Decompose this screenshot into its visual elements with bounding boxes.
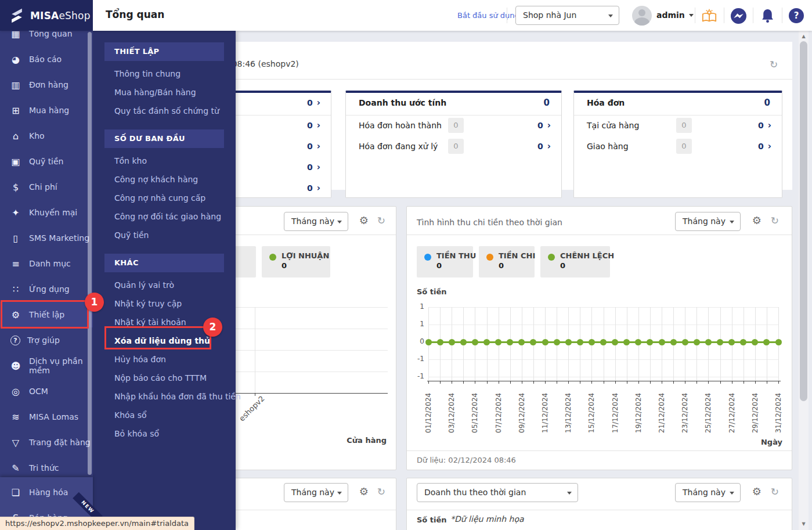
x-tick-label: 09/12/2024	[518, 393, 526, 433]
count-badge: 0	[676, 118, 692, 133]
x-tick-label: 23/12/2024	[681, 393, 689, 433]
submenu-section-header: THIẾT LẬP	[104, 42, 224, 61]
data-point	[589, 339, 595, 345]
scrollbar-thumb[interactable]	[800, 41, 807, 401]
legend-chip-thu[interactable]: TIỀN THU 0	[417, 246, 473, 277]
row-value-link[interactable]: 0›	[758, 141, 771, 152]
scroll-up-icon[interactable]: ▲	[799, 32, 809, 41]
sidebar-item-kho[interactable]: ⌂Kho	[0, 123, 93, 149]
avatar[interactable]	[632, 6, 652, 26]
data-point	[740, 339, 746, 345]
submenu-item[interactable]: Quản lý vai trò	[93, 276, 236, 294]
sidebar-item-ocm[interactable]: ◎OCM	[0, 378, 93, 404]
refresh-icon[interactable]: ↻	[770, 59, 778, 70]
row-value-link[interactable]: 0›	[537, 141, 551, 152]
submenu-item[interactable]: Công nợ nhà cung cấp	[93, 189, 236, 207]
metric-selector-dropdown[interactable]: Doanh thu theo thời gian	[417, 483, 578, 502]
gear-icon[interactable]: ⚙	[359, 214, 369, 226]
sidebar-item-ung-dung[interactable]: ∷Ứng dụng	[0, 276, 93, 302]
bottom-right-panel: Doanh thu theo thời gian Tháng này ⚙ ↻ S…	[406, 478, 792, 530]
submenu-item[interactable]: Công nợ đối tác giao hàng	[93, 207, 236, 226]
card-row-label: Tại cửa hàng	[587, 121, 639, 130]
sidebar-item-mua-hang[interactable]: ⊞Mua hàng	[0, 98, 93, 123]
submenu-item[interactable]: Tồn kho	[93, 152, 236, 170]
scroll-down-icon[interactable]: ▼	[799, 520, 809, 529]
x-tick-label: 15/12/2024	[587, 393, 596, 433]
invoice-card: Hóa đơn 0 Tại cửa hàng00›Giao hàng00›	[573, 91, 782, 198]
user-menu[interactable]: admin	[656, 10, 694, 20]
submenu-item[interactable]: Bỏ khóa sổ	[93, 424, 236, 443]
sidebar-item-quy-tien[interactable]: ▣Quỹ tiền	[0, 149, 93, 174]
sidebar-item-thiet-lap[interactable]: ⚙Thiết lập	[0, 302, 93, 327]
sidebar-item-dich-vu-phan-mem[interactable]: ☻Dịch vụ phần mềm	[0, 353, 93, 378]
notifications-bell-icon[interactable]	[759, 8, 775, 24]
sidebar-item-chi-phi[interactable]: $Chi phí	[0, 174, 93, 200]
sidebar-item-misa-lomas[interactable]: ≋MISA Lomas	[0, 404, 93, 430]
x-tick-label: 27/12/2024	[728, 393, 736, 433]
card-title: Hóa đơn	[587, 98, 764, 107]
submenu-item[interactable]: Thông tin chung	[93, 64, 236, 83]
row-value-link[interactable]: 0›	[307, 120, 320, 131]
gear-icon[interactable]: ⚙	[752, 214, 762, 226]
refresh-icon[interactable]: ↻	[377, 486, 385, 497]
whats-new-icon[interactable]	[701, 8, 717, 24]
submenu-section: KHÁCQuản lý vai tròNhật ký truy cậpNhật …	[93, 254, 236, 443]
dich-vu-phan-mem-icon: ☻	[9, 360, 22, 372]
row-value-link[interactable]: 0›	[758, 120, 771, 131]
gear-icon[interactable]: ⚙	[359, 485, 369, 497]
card-row: Hóa đơn hoàn thành00›	[346, 115, 561, 136]
submenu-item[interactable]: Công nợ khách hàng	[93, 170, 236, 189]
submenu-item[interactable]: Quỹ tiền	[93, 226, 236, 244]
help-icon[interactable]: ?	[789, 8, 804, 23]
shop-selector[interactable]: Shop nhà Jun	[515, 6, 619, 25]
period-filter-dropdown[interactable]: Tháng này	[675, 483, 741, 502]
submenu-item[interactable]: Xóa dữ liệu dùng thử	[93, 331, 236, 350]
get-started-link[interactable]: Bắt đầu sử dụng	[457, 11, 519, 20]
card-row: Tại cửa hàng00›	[574, 115, 782, 136]
sidebar-item-sms-marketing[interactable]: ▯SMS Marketing	[0, 225, 93, 251]
sidebar-item-khuyen-mai[interactable]: ✦Khuyến mại	[0, 200, 93, 225]
legend-chip-chenh-lech[interactable]: CHÊNH LỆCH 0	[540, 246, 610, 277]
sidebar-scrollbar-thumb[interactable]	[88, 32, 92, 475]
period-filter-dropdown[interactable]: Tháng này	[284, 212, 348, 231]
gear-icon[interactable]: ⚙	[752, 485, 762, 497]
sidebar-item-danh-muc[interactable]: ≡Danh mục	[0, 251, 93, 276]
submenu-item[interactable]: Nhập khẩu hóa đơn đã thu tiền	[93, 387, 236, 406]
data-point	[425, 339, 432, 345]
row-value-link[interactable]: 0›	[307, 141, 320, 152]
legend-chip-chi[interactable]: TIỀN CHI 0	[479, 246, 535, 277]
submenu-item[interactable]: Nhật ký tài khoản	[93, 313, 236, 331]
submenu-item[interactable]: Nhật ký truy cập	[93, 294, 236, 313]
row-value-link[interactable]: 0›	[537, 120, 551, 131]
sidebar-item-label: Mua hàng	[29, 106, 69, 115]
sidebar-item-tro-giup[interactable]: ?Trợ giúp	[0, 327, 93, 353]
kho-icon: ⌂	[9, 131, 22, 142]
misa-lomas-icon: ≋	[9, 412, 22, 423]
divider	[724, 8, 724, 23]
submenu-item[interactable]: Hủy hóa đơn	[93, 350, 236, 369]
data-point	[647, 339, 653, 345]
submenu-item[interactable]: Khóa sổ	[93, 406, 236, 424]
row-value-link[interactable]: 0›	[307, 162, 320, 172]
refresh-icon[interactable]: ↻	[771, 215, 779, 226]
refresh-icon[interactable]: ↻	[377, 215, 385, 226]
sidebar-item-don-hang[interactable]: ▥Đơn hàng	[0, 72, 93, 98]
sidebar-item-trang-dat-hang[interactable]: ▽Trang đặt hàng	[0, 430, 93, 455]
sidebar-item-bao-cao[interactable]: ◕Báo cáo	[0, 46, 93, 72]
submenu-item[interactable]: Quy tắc đánh số chứng từ	[93, 102, 236, 120]
messenger-icon[interactable]	[730, 8, 746, 24]
submenu-item[interactable]: Nộp báo cáo cho TTTM	[93, 369, 236, 387]
app-logo[interactable]: MISAeShop	[0, 0, 93, 31]
sidebar: ▦Tổng quan◕Báo cáo▥Đơn hàng⊞Mua hàng⌂Kho…	[0, 0, 93, 530]
period-filter-dropdown[interactable]: Tháng này	[284, 483, 348, 502]
data-point	[717, 339, 723, 345]
divider	[407, 450, 792, 451]
row-value-link[interactable]: 0›	[307, 183, 320, 193]
period-filter-dropdown[interactable]: Tháng này	[675, 212, 741, 231]
sidebar-item-label: Tri thức	[29, 463, 59, 473]
legend-chip-profit[interactable]: LỢI NHUẬN 0	[262, 246, 330, 277]
submenu-item[interactable]: Mua hàng/Bán hàng	[93, 83, 236, 102]
row-value-link[interactable]: 0›	[307, 98, 320, 108]
refresh-icon[interactable]: ↻	[771, 486, 779, 497]
vertical-scrollbar[interactable]: ▲ ▼	[799, 31, 809, 530]
